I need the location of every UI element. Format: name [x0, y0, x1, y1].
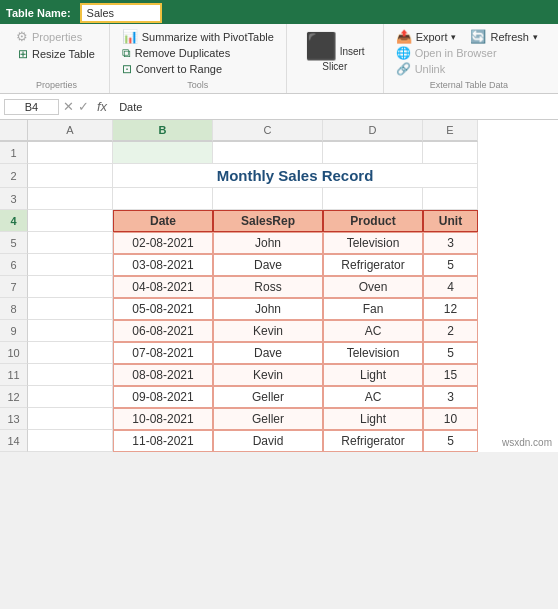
cell-b7[interactable]: 04-08-2021	[113, 276, 213, 298]
cell-a14[interactable]	[28, 430, 113, 452]
cell-b1[interactable]	[113, 142, 213, 164]
external-group: 📤 Export ▾ 🔄 Refresh ▾ 🌐 Open in Browser…	[384, 24, 554, 93]
watermark: wsxdn.com	[502, 437, 552, 448]
insert-slicer-group: ⬛ InsertSlicer	[287, 24, 384, 93]
cell-e3[interactable]	[423, 188, 478, 210]
cell-e7[interactable]: 4	[423, 276, 478, 298]
cell-d9[interactable]: AC	[323, 320, 423, 342]
unlink-button[interactable]: 🔗 Unlink	[392, 61, 546, 77]
cell-c1[interactable]	[213, 142, 323, 164]
cell-d13[interactable]: Light	[323, 408, 423, 430]
cell-a9[interactable]	[28, 320, 113, 342]
cell-b3[interactable]	[113, 188, 213, 210]
cell-b14[interactable]: 11-08-2021	[113, 430, 213, 452]
cell-c14[interactable]: David	[213, 430, 323, 452]
cell-c11[interactable]: Kevin	[213, 364, 323, 386]
cell-b11[interactable]: 08-08-2021	[113, 364, 213, 386]
col-header-b[interactable]: B	[113, 120, 213, 142]
formula-value: Date	[115, 101, 554, 113]
cell-a11[interactable]	[28, 364, 113, 386]
cell-c5[interactable]: John	[213, 232, 323, 254]
cell-b12[interactable]: 09-08-2021	[113, 386, 213, 408]
cell-reference-input[interactable]	[4, 99, 59, 115]
cell-b10[interactable]: 07-08-2021	[113, 342, 213, 364]
summarize-button[interactable]: 📊 Summarize with PivotTable	[118, 28, 278, 45]
cell-c4[interactable]: SalesRep	[213, 210, 323, 232]
cell-a13[interactable]	[28, 408, 113, 430]
cell-e11[interactable]: 15	[423, 364, 478, 386]
cell-a7[interactable]	[28, 276, 113, 298]
cell-e1[interactable]	[423, 142, 478, 164]
cell-a4[interactable]	[28, 210, 113, 232]
cell-e10[interactable]: 5	[423, 342, 478, 364]
cell-d7[interactable]: Oven	[323, 276, 423, 298]
cell-c8[interactable]: John	[213, 298, 323, 320]
row-4-header: 4	[0, 210, 28, 232]
col-header-e[interactable]: E	[423, 120, 478, 142]
cell-d8[interactable]: Fan	[323, 298, 423, 320]
refresh-button[interactable]: 🔄 Refresh ▾	[466, 28, 542, 45]
convert-range-button[interactable]: ⊡ Convert to Range	[118, 61, 278, 77]
cell-c3[interactable]	[213, 188, 323, 210]
cell-b8[interactable]: 05-08-2021	[113, 298, 213, 320]
export-label: Export	[416, 31, 448, 43]
row-1-header: 1	[0, 142, 28, 164]
col-header-a[interactable]: A	[28, 120, 113, 142]
cell-d1[interactable]	[323, 142, 423, 164]
cell-b9[interactable]: 06-08-2021	[113, 320, 213, 342]
export-button[interactable]: 📤 Export ▾	[392, 28, 461, 45]
cell-c9[interactable]: Kevin	[213, 320, 323, 342]
open-browser-button[interactable]: 🌐 Open in Browser	[392, 45, 546, 61]
cell-d12[interactable]: AC	[323, 386, 423, 408]
cell-e14[interactable]: 5	[423, 430, 478, 452]
cell-e13[interactable]: 10	[423, 408, 478, 430]
cell-c7[interactable]: Ross	[213, 276, 323, 298]
cell-d3[interactable]	[323, 188, 423, 210]
cell-d14[interactable]: Refrigerator	[323, 430, 423, 452]
cell-e9[interactable]: 2	[423, 320, 478, 342]
resize-table-button[interactable]: ⊞ Resize Table	[12, 45, 101, 63]
cell-c12[interactable]: Geller	[213, 386, 323, 408]
ribbon-main: ⚙ Properties ⊞ Resize Table Properties 📊…	[0, 24, 558, 94]
row-2-header: 2	[0, 164, 28, 188]
cell-a10[interactable]	[28, 342, 113, 364]
cell-b6[interactable]: 03-08-2021	[113, 254, 213, 276]
summarize-label: Summarize with PivotTable	[142, 31, 274, 43]
formula-divider-x: ✕	[63, 99, 74, 114]
cell-d10[interactable]: Television	[323, 342, 423, 364]
insert-slicer-button[interactable]: ⬛ InsertSlicer	[297, 28, 373, 77]
row-7-header: 7	[0, 276, 28, 298]
cell-e5[interactable]: 3	[423, 232, 478, 254]
cell-b4[interactable]: Date	[113, 210, 213, 232]
cell-e12[interactable]: 3	[423, 386, 478, 408]
row-14-header: 14	[0, 430, 28, 452]
remove-duplicates-button[interactable]: ⧉ Remove Duplicates	[118, 45, 278, 61]
col-header-d[interactable]: D	[323, 120, 423, 142]
cell-d11[interactable]: Light	[323, 364, 423, 386]
external-top-row: 📤 Export ▾ 🔄 Refresh ▾	[392, 28, 546, 45]
cell-a3[interactable]	[28, 188, 113, 210]
spreadsheet-area: A B C D E 1 2 Monthly Sales Record 3 4 D…	[0, 120, 558, 452]
cell-c6[interactable]: Dave	[213, 254, 323, 276]
row-13-header: 13	[0, 408, 28, 430]
cell-a6[interactable]	[28, 254, 113, 276]
cell-b5[interactable]: 02-08-2021	[113, 232, 213, 254]
cell-a8[interactable]	[28, 298, 113, 320]
cell-c10[interactable]: Dave	[213, 342, 323, 364]
cell-d6[interactable]: Refrigerator	[323, 254, 423, 276]
cell-a12[interactable]	[28, 386, 113, 408]
cell-d5[interactable]: Television	[323, 232, 423, 254]
table-name-input[interactable]	[81, 4, 161, 22]
cell-c13[interactable]: Geller	[213, 408, 323, 430]
properties-button[interactable]: ⚙ Properties	[12, 28, 101, 45]
external-group-label: External Table Data	[430, 80, 508, 90]
cell-a1[interactable]	[28, 142, 113, 164]
cell-e6[interactable]: 5	[423, 254, 478, 276]
col-header-c[interactable]: C	[213, 120, 323, 142]
cell-d4[interactable]: Product	[323, 210, 423, 232]
cell-e8[interactable]: 12	[423, 298, 478, 320]
cell-a2[interactable]	[28, 164, 113, 188]
cell-b13[interactable]: 10-08-2021	[113, 408, 213, 430]
cell-e4[interactable]: Unit	[423, 210, 478, 232]
cell-a5[interactable]	[28, 232, 113, 254]
